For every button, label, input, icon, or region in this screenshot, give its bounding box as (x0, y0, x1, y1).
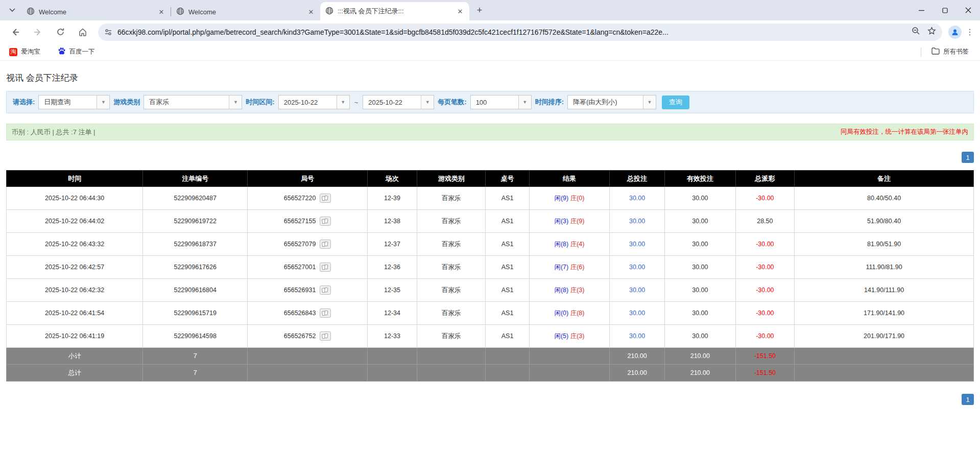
cell-valid-bet: 30.00 (665, 210, 735, 233)
profile-avatar[interactable] (948, 26, 962, 39)
query-type-label: 请选择: (13, 98, 35, 107)
tab-welcome-1[interactable]: Welcome ✕ (21, 3, 171, 20)
cell-session: 12-35 (368, 279, 417, 302)
round-number: 656527001 (284, 264, 316, 271)
total-row: 总计 7 210.00 210.00 -151.50 (7, 365, 974, 382)
close-icon[interactable]: ✕ (157, 8, 165, 16)
cell-valid-bet: 30.00 (665, 325, 735, 348)
date-to-select[interactable]: 2025-10-22 ▼ (363, 95, 434, 109)
cell-result: 闲(7) 庄(6) (529, 256, 609, 279)
all-bookmarks-label: 所有书签 (943, 47, 969, 56)
cell-bet-id: 522909615719 (143, 302, 248, 325)
cell-table-no: AS1 (486, 256, 529, 279)
cell-total-bet: 30.00 (610, 256, 665, 279)
date-from-select[interactable]: 2025-10-22 ▼ (278, 95, 350, 109)
header-remark: 备注 (795, 171, 974, 187)
cell-time: 2025-10-22 06:44:02 (7, 210, 143, 233)
total-count: 7 (143, 365, 248, 382)
cell-valid-bet: 30.00 (665, 302, 735, 325)
cell-time: 2025-10-22 06:43:32 (7, 233, 143, 256)
site-info-icon[interactable] (104, 28, 112, 36)
page-size-select[interactable]: 100 ▼ (470, 95, 532, 109)
bookmark-baidu[interactable]: 百度一下 (54, 45, 99, 59)
card-result-icon[interactable] (320, 331, 331, 341)
card-result-icon[interactable] (320, 286, 331, 295)
cell-round: 656527079 (248, 233, 368, 256)
card-result-icon[interactable] (320, 240, 331, 249)
browser-menu-icon[interactable]: ⋮ (964, 27, 976, 37)
bookmark-taobao[interactable]: 淘 爱淘宝 (5, 45, 44, 58)
pagination-page-1-bottom[interactable]: 1 (962, 394, 974, 405)
cell-result: 闲(8) 庄(3) (529, 279, 609, 302)
query-type-select[interactable]: 日期查询 ▼ (38, 95, 110, 109)
game-type-select[interactable]: 百家乐 ▼ (144, 95, 242, 109)
header-table-no: 桌号 (486, 171, 529, 187)
cell-payout: -30.00 (735, 302, 795, 325)
forward-icon[interactable] (29, 23, 46, 41)
notice-text: 同局有效投注，统一计算在该局第一张注单内 (841, 128, 968, 136)
cell-game-type: 百家乐 (417, 256, 486, 279)
zoom-level-icon[interactable] (912, 27, 920, 37)
all-bookmarks-button[interactable]: 所有书签 (927, 45, 973, 58)
cell-table-no: AS1 (486, 210, 529, 233)
url-text[interactable]: 66cxkj98.com/ipl/portal.php/game/betreco… (117, 28, 912, 36)
header-payout: 总派彩 (735, 171, 795, 187)
card-result-icon[interactable] (320, 263, 331, 272)
round-number: 656526843 (284, 310, 316, 317)
cell-total-bet: 30.00 (610, 233, 665, 256)
search-button[interactable]: 查询 (662, 96, 689, 109)
globe-icon (27, 7, 35, 17)
close-icon[interactable]: ✕ (456, 7, 464, 15)
bookmark-label: 爱淘宝 (21, 47, 40, 56)
tab-title: Welcome (39, 8, 157, 16)
table-row: 2025-10-22 06:42:57 522909617626 6565270… (7, 256, 974, 279)
cell-table-no: AS1 (486, 279, 529, 302)
card-result-icon[interactable] (320, 217, 331, 226)
home-icon[interactable] (74, 23, 91, 41)
address-bar[interactable]: 66cxkj98.com/ipl/portal.php/game/betreco… (98, 23, 942, 41)
cell-session: 12-38 (368, 210, 417, 233)
tab-betrecord-active[interactable]: :::视讯 会员下注纪录::: ✕ (320, 2, 469, 20)
cell-remark: 171.90/141.90 (795, 302, 974, 325)
bookmark-star-icon[interactable] (927, 27, 936, 37)
close-window-button[interactable] (957, 0, 980, 20)
reload-icon[interactable] (52, 23, 69, 41)
back-icon[interactable] (7, 23, 24, 41)
cell-valid-bet: 30.00 (665, 187, 735, 210)
close-icon[interactable]: ✕ (307, 8, 315, 16)
date-range-label: 时间区间: (246, 98, 274, 107)
cell-result: 闲(0) 庄(8) (529, 302, 609, 325)
cell-game-type: 百家乐 (417, 233, 486, 256)
new-tab-button[interactable]: + (472, 3, 487, 17)
cell-table-no: AS1 (486, 233, 529, 256)
summary-info-bar: 币别 : 人民币 | 总共 :7 注单 | 同局有效投注，统一计算在该局第一张注… (6, 124, 974, 140)
filter-bar: 请选择: 日期查询 ▼ 游戏类别 百家乐 ▼ 时间区间: 2025-10-22 … (6, 91, 974, 113)
cell-remark: 80.40/50.40 (795, 187, 974, 210)
cell-valid-bet: 30.00 (665, 233, 735, 256)
cell-round: 656526931 (248, 279, 368, 302)
cell-table-no: AS1 (486, 187, 529, 210)
cell-result: 闲(8) 庄(4) (529, 233, 609, 256)
result-player: 闲(5) (554, 332, 568, 340)
maximize-button[interactable] (933, 0, 957, 20)
cell-payout: -30.00 (735, 233, 795, 256)
card-result-icon[interactable] (320, 194, 331, 203)
subtotal-payout: -151.50 (735, 348, 795, 365)
tab-title: :::视讯 会员下注纪录::: (338, 7, 456, 16)
minimize-button[interactable] (910, 0, 933, 20)
page-size-label: 每页笔数: (438, 98, 466, 107)
sort-select[interactable]: 降幂(由大到小) ▼ (567, 95, 656, 109)
tab-search-icon[interactable] (5, 3, 19, 17)
pagination-page-1-top[interactable]: 1 (962, 152, 974, 163)
cell-time: 2025-10-22 06:44:30 (7, 187, 143, 210)
card-result-icon[interactable] (320, 308, 331, 318)
tab-welcome-2[interactable]: Welcome ✕ (171, 3, 320, 20)
cell-time: 2025-10-22 06:41:19 (7, 325, 143, 348)
cell-game-type: 百家乐 (417, 279, 486, 302)
table-row: 2025-10-22 06:44:02 522909619722 6565271… (7, 210, 974, 233)
round-number: 656527155 (284, 218, 316, 225)
total-valid-bet: 210.00 (665, 365, 735, 382)
cell-total-bet: 30.00 (610, 325, 665, 348)
chevron-down-icon: ▼ (518, 96, 531, 109)
cell-payout: -30.00 (735, 325, 795, 348)
